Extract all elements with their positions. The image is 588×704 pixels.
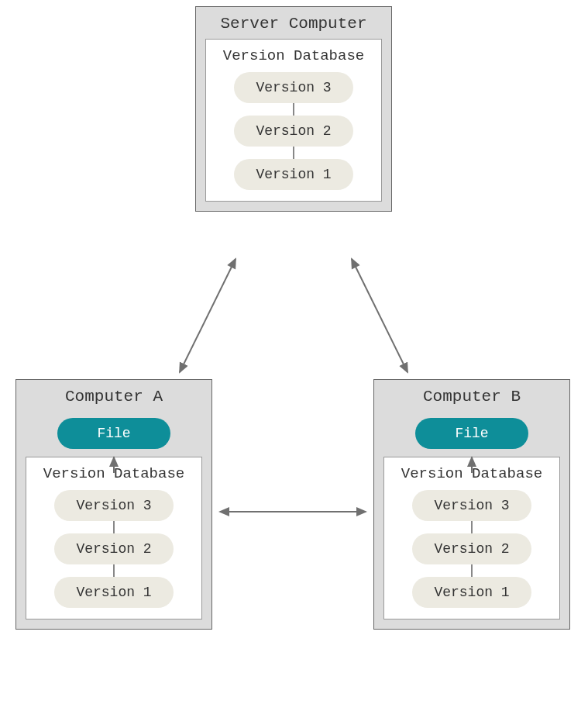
computer-a-file-pill: File <box>57 418 170 449</box>
computer-a-version-2: Version 2 <box>54 533 173 564</box>
computer-a-db-title: Version Database <box>33 465 195 482</box>
computer-a-version-db-panel: Version Database Version 3 Version 2 Ver… <box>26 457 202 619</box>
computer-a-box: Computer A File Version Database Version… <box>15 379 212 630</box>
computer-a-version-3: Version 3 <box>54 490 173 521</box>
server-title: Server Computer <box>196 7 391 39</box>
connector-line <box>113 521 115 533</box>
computer-a-title: Computer A <box>16 380 211 412</box>
connector-line <box>113 564 115 577</box>
server-version-3: Version 3 <box>234 72 352 103</box>
server-version-2: Version 2 <box>234 116 352 147</box>
computer-b-box: Computer B File Version Database Version… <box>373 379 570 630</box>
connector-line <box>293 147 294 159</box>
connector-line <box>293 103 294 116</box>
arrow-server-to-b <box>352 259 407 372</box>
computer-b-version-3: Version 3 <box>412 490 531 521</box>
arrow-server-to-a <box>180 259 236 372</box>
server-version-db-panel: Version Database Version 3 Version 2 Ver… <box>205 39 382 202</box>
server-db-title: Version Database <box>212 47 375 64</box>
computer-b-version-1: Version 1 <box>412 577 531 608</box>
computer-b-title: Computer B <box>374 380 569 412</box>
connector-line <box>471 521 473 533</box>
server-version-1: Version 1 <box>234 159 352 190</box>
server-computer-box: Server Computer Version Database Version… <box>195 6 392 212</box>
computer-b-file-pill: File <box>415 418 528 449</box>
computer-b-version-db-panel: Version Database Version 3 Version 2 Ver… <box>383 457 560 619</box>
computer-b-db-title: Version Database <box>390 465 553 482</box>
connector-line <box>471 564 473 577</box>
computer-b-version-2: Version 2 <box>412 533 531 564</box>
computer-a-version-1: Version 1 <box>54 577 173 608</box>
